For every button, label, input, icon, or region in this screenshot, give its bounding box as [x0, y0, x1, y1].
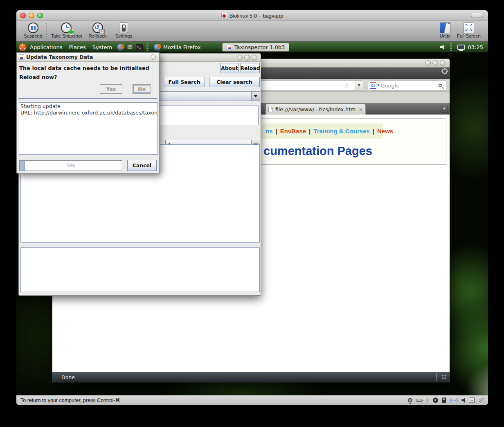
status-text: Done	[61, 374, 75, 380]
display-settings-icon[interactable]	[457, 45, 465, 50]
log-line: URL: http://darwin.nerc-oxford.ac.uk/dat…	[20, 110, 156, 116]
yes-button[interactable]: Yes	[100, 84, 122, 94]
window-resize-grip[interactable]	[479, 398, 485, 403]
dialog-separator	[18, 98, 158, 99]
ubuntu-menu-icon[interactable]	[19, 43, 27, 51]
vmware-toolbar: Suspend Take Snapshot ↺ Rollback	[16, 21, 488, 42]
firefox-launcher-icon[interactable]	[117, 44, 124, 51]
grid-badge-icon	[99, 29, 105, 34]
search-magnifier-icon[interactable]	[439, 84, 442, 87]
vmware-status-bar: To return to your computer, press Contro…	[16, 395, 488, 405]
unity-icon	[440, 22, 450, 33]
toolbar-toggle-pill[interactable]	[471, 13, 483, 18]
menu-system[interactable]: System	[89, 44, 115, 50]
about-button[interactable]: About	[220, 63, 239, 73]
dialog-titlebar[interactable]: Update Taxonomy Data	[17, 53, 159, 62]
clear-search-button[interactable]: Clear search	[209, 77, 260, 87]
rollback-icon: ↺	[92, 22, 103, 33]
tab-close-icon[interactable]: ×	[359, 107, 363, 112]
close-button[interactable]	[440, 60, 446, 66]
page-favicon	[268, 107, 273, 112]
no-button[interactable]: No	[133, 84, 151, 94]
nav-link-training[interactable]: Training & Courses	[313, 128, 370, 135]
close-button[interactable]	[252, 55, 257, 61]
update-log-textarea[interactable]: Starting update URL: http://darwin.nerc-…	[19, 102, 158, 155]
firefox-status-bar: Done	[52, 372, 450, 382]
resize-grip[interactable]	[441, 375, 447, 380]
nav-link-1[interactable]: ns	[266, 128, 273, 135]
dialog-title: Update Taxonomy Data	[26, 54, 93, 60]
rollback-button[interactable]: ↺ Rollback	[86, 22, 110, 38]
reload-button[interactable]: Reload	[241, 63, 260, 73]
dialog-message-line2: Reload now?	[19, 74, 57, 80]
search-input[interactable]	[380, 83, 439, 89]
volume-icon[interactable]: )	[440, 45, 445, 49]
page-heading: cumentation Pages	[263, 144, 372, 158]
settings-icon	[119, 22, 128, 33]
details-pane[interactable]	[20, 247, 260, 292]
suspend-button[interactable]: Suspend	[20, 22, 45, 38]
tab-list-dropdown[interactable]: ▼	[441, 105, 448, 112]
camera-device-icon[interactable]	[408, 398, 412, 402]
window-title: Biolinux 5.0 – bagvapp	[230, 13, 284, 19]
unity-button[interactable]: Unity	[436, 22, 454, 38]
combo-arrow-icon[interactable]	[251, 92, 260, 101]
minimize-button[interactable]	[237, 55, 243, 61]
take-snapshot-icon	[61, 22, 72, 33]
browser-tab[interactable]: file:///var/www/...tics/index.html ×	[266, 104, 366, 115]
window-title-area: Biolinux 5.0 – bagvapp	[16, 10, 488, 21]
vm-guest-screen: Applications Places System ✉ >_ Mozilla …	[16, 42, 488, 395]
screen-background: Biolinux 5.0 – bagvapp Suspend Take Snap…	[0, 0, 504, 427]
tab-title: file:///var/www/...tics/index.html	[275, 106, 356, 112]
cdrom-device-icon[interactable]	[433, 398, 438, 403]
firefox-task-icon	[154, 44, 161, 51]
search-bar[interactable]: G ▼	[368, 81, 446, 90]
vm-document-icon	[221, 13, 227, 19]
maximize-button[interactable]	[432, 60, 438, 66]
engine-dropdown-icon[interactable]: ▼	[377, 84, 379, 87]
nav-link-news[interactable]: News	[377, 128, 393, 135]
google-engine-icon[interactable]: G	[370, 82, 376, 89]
taskbar-item-taxinspector[interactable]: TaxInspector 1.0b3	[222, 43, 289, 52]
taskbar-item-firefox[interactable]: Mozilla Firefox	[151, 44, 204, 51]
take-snapshot-button[interactable]: Take Snapshot	[47, 22, 85, 38]
panel-drag-handle[interactable]	[146, 43, 148, 51]
java-icon	[19, 54, 24, 60]
return-hint-text: To return to your computer, press Contro…	[20, 397, 120, 403]
settings-button[interactable]: Settings	[112, 22, 136, 38]
full-search-button[interactable]: Full Search	[164, 77, 205, 87]
minimize-button[interactable]	[425, 60, 431, 66]
bluetooth-icon[interactable]: ᛒ	[426, 398, 429, 403]
mail-launcher-icon[interactable]: ✉	[127, 44, 133, 51]
harddisk-device-icon[interactable]	[442, 398, 446, 403]
toolbar-separator	[111, 23, 111, 39]
panel-clock[interactable]: 03:25	[468, 44, 483, 50]
url-dropdown-button[interactable]: ▼	[355, 81, 363, 90]
vmware-titlebar: Biolinux 5.0 – bagvapp	[16, 10, 488, 21]
device-status-icons: ᛒ ⟨⋯⟩ ) ▪▪	[408, 398, 488, 403]
vmware-window: Biolinux 5.0 – bagvapp Suspend Take Snap…	[16, 10, 488, 405]
close-button[interactable]	[151, 54, 156, 60]
menu-places[interactable]: Places	[65, 44, 89, 50]
panel-drag-handle[interactable]	[450, 43, 452, 51]
full-screen-icon: ↖ ↗ ↙ ↘	[464, 22, 474, 33]
maximize-button[interactable]	[244, 55, 250, 61]
full-screen-button[interactable]: ↖ ↗ ↙ ↘ Full Screen	[454, 22, 484, 38]
plus-badge-icon	[68, 29, 73, 34]
throbber-icon	[444, 70, 446, 72]
network-device-icon[interactable]: ⟨⋯⟩	[450, 398, 458, 403]
toolbar-separator	[46, 23, 47, 39]
cancel-button[interactable]: Cancel	[127, 160, 157, 171]
nav-link-envbase[interactable]: EnvBase	[280, 128, 306, 135]
java-icon	[227, 45, 232, 50]
battery-icon[interactable]	[416, 399, 422, 402]
dialog-message-line1: The local data cache needs to be initial…	[19, 65, 149, 71]
menu-applications[interactable]: Applications	[27, 44, 65, 50]
usb-device-icon[interactable]: ▪▪	[469, 398, 475, 403]
update-progress-bar: 5%	[19, 160, 122, 171]
log-line: Starting update	[20, 103, 156, 110]
bookmark-star-icon[interactable]: ☆	[344, 81, 350, 89]
terminal-launcher-icon[interactable]: >_	[136, 44, 143, 50]
sound-device-icon[interactable]: )	[461, 398, 465, 403]
gnome-panel: Applications Places System ✉ >_ Mozilla …	[16, 42, 488, 52]
